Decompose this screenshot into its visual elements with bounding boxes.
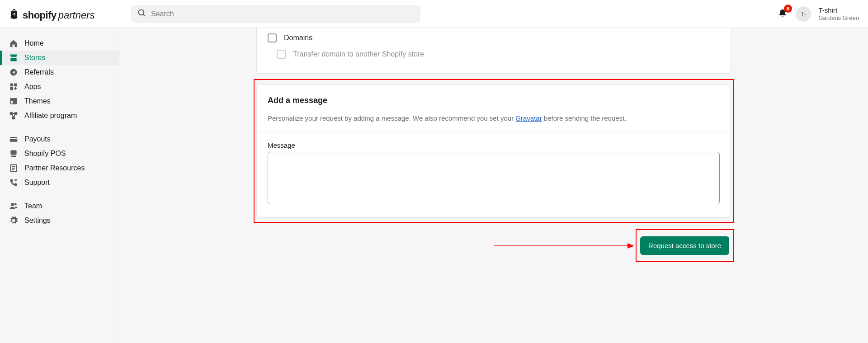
sidebar-item-referrals[interactable]: Referrals [0,65,119,80]
home-icon [9,39,18,48]
svg-rect-9 [11,101,13,103]
message-card-description: Personalize your request by adding a mes… [268,113,720,123]
checkbox-label: Domains [284,34,312,42]
sidebar-item-label: Shopify POS [24,150,66,158]
stores-icon [9,53,18,62]
action-row: Request access to store [254,226,734,265]
sidebar: Home Stores Referrals Apps Themes Affili… [0,28,119,343]
sidebar-item-label: Affiliate program [24,112,77,120]
referrals-icon [9,68,18,77]
logo-text-shopify: shopify [23,9,57,21]
svg-point-21 [11,203,14,206]
pos-icon [9,149,18,158]
shopify-partners-logo[interactable]: shopify partners [9,7,94,21]
resources-icon [9,164,18,173]
sidebar-item-label: Settings [24,216,51,225]
affiliate-icon [9,111,18,120]
svg-rect-13 [10,137,18,142]
top-right: 6 T- T-shirt Gardens Green [778,6,859,22]
themes-icon [9,97,18,106]
svg-point-22 [14,203,17,205]
search-icon [137,9,146,19]
checkbox-transfer-domain[interactable] [277,50,286,59]
sidebar-item-payouts[interactable]: Payouts [0,132,119,146]
layout: Home Stores Referrals Apps Themes Affili… [0,28,868,343]
notification-count-badge: 6 [784,5,792,13]
sidebar-item-affiliate[interactable]: Affiliate program [0,108,119,123]
sidebar-item-label: Referrals [24,68,54,76]
user-subtitle: Gardens Green [818,14,859,22]
bell-icon [778,13,788,20]
team-icon [9,202,18,211]
top-bar: shopify partners 6 T- T-shirt Gardens Gr… [0,0,868,28]
annotation-highlight-message: Add a message Personalize your request b… [254,79,734,223]
sidebar-item-themes[interactable]: Themes [0,94,119,108]
permissions-card: Domains Transfer domain to another Shopi… [256,28,731,74]
gravatar-link[interactable]: Gravatar [515,114,542,122]
request-access-button[interactable]: Request access to store [640,236,729,255]
sidebar-item-support[interactable]: Support [0,175,119,190]
message-card: Add a message Personalize your request b… [256,85,731,217]
sidebar-item-label: Stores [24,54,45,62]
svg-point-12 [13,117,15,119]
checkbox-domains[interactable] [268,33,277,42]
user-menu[interactable]: T-shirt Gardens Green [818,6,859,22]
message-card-header: Add a message Personalize your request b… [257,85,731,132]
sidebar-item-label: Apps [24,83,41,91]
sidebar-item-label: Partner Resources [24,164,85,172]
sidebar-item-team[interactable]: Team [0,199,119,213]
search-wrap[interactable] [131,5,420,23]
logo-wrap: shopify partners [9,7,131,21]
checkbox-row-domains: Domains [268,30,720,46]
message-textarea[interactable] [268,152,720,204]
annotation-arrow [494,241,634,250]
sidebar-item-home[interactable]: Home [0,36,119,51]
message-card-body: Message [257,132,731,217]
svg-line-2 [143,14,145,16]
annotation-highlight-button: Request access to store [636,229,734,262]
sidebar-item-apps[interactable]: Apps [0,80,119,94]
sidebar-item-label: Team [24,202,42,210]
notifications-button[interactable]: 6 [778,8,788,20]
svg-point-1 [139,9,144,15]
user-name: T-shirt [818,6,859,14]
svg-rect-16 [11,155,16,157]
logo-text-partners: partners [58,9,95,21]
svg-rect-4 [10,84,14,87]
checkbox-label: Transfer domain to another Shopify store [293,50,424,58]
desc-prefix: Personalize your request by adding a mes… [268,114,515,122]
avatar[interactable]: T- [796,6,811,22]
message-card-title: Add a message [268,96,720,105]
svg-rect-14 [10,138,18,140]
svg-rect-8 [10,98,17,100]
svg-marker-24 [627,243,634,249]
sidebar-item-resources[interactable]: Partner Resources [0,161,119,175]
svg-rect-6 [10,87,14,90]
sidebar-item-stores[interactable]: Stores [0,51,119,65]
gear-icon [9,216,18,225]
desc-suffix: before sending the request. [542,114,627,122]
payouts-icon [9,135,18,144]
sidebar-item-pos[interactable]: Shopify POS [0,146,119,161]
svg-rect-5 [14,84,17,87]
message-field-label: Message [268,141,720,149]
shopify-bag-icon [9,8,19,20]
support-icon [9,178,18,187]
apps-icon [9,82,18,91]
main-content: Domains Transfer domain to another Shopi… [119,28,868,343]
search-input[interactable] [151,10,414,18]
sidebar-item-label: Home [24,39,44,47]
checkbox-row-transfer: Transfer domain to another Shopify store [268,46,720,62]
svg-rect-15 [10,150,16,155]
sidebar-item-label: Payouts [24,135,51,143]
sidebar-item-settings[interactable]: Settings [0,213,119,228]
sidebar-item-label: Support [24,179,50,187]
sidebar-item-label: Themes [24,97,51,105]
